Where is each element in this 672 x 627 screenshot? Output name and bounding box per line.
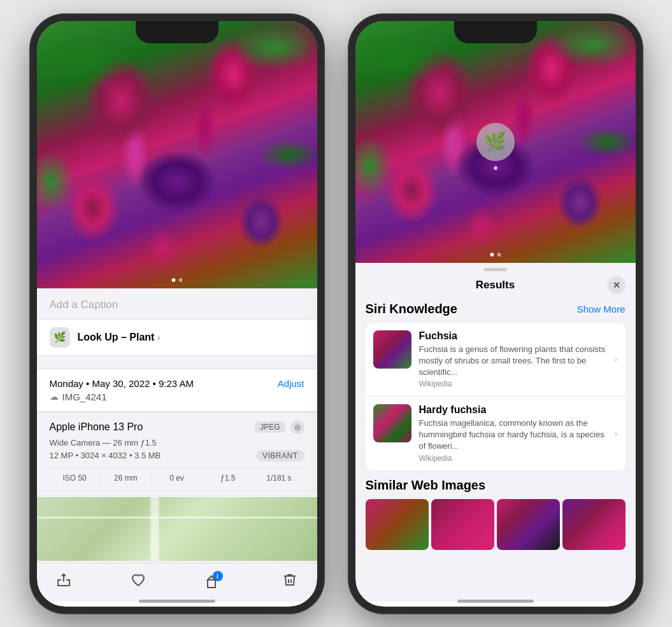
- fuchsia-thumbnail: [373, 330, 411, 369]
- volume-down-button-2[interactable]: [349, 146, 350, 169]
- photo-display-2: 🌿: [355, 21, 636, 263]
- hardy-text: Hardy fuchsia Fuchsia magellanica, commo…: [419, 404, 607, 463]
- photo-dot-2-1: [490, 253, 494, 257]
- fuchsia-text: Fuchsia Fuchsia is a genus of flowering …: [419, 330, 607, 389]
- web-images-row: [366, 499, 626, 550]
- photo-dot-indicator: [171, 278, 182, 282]
- share-button[interactable]: [56, 572, 71, 588]
- caption-area[interactable]: Add a Caption: [37, 288, 317, 320]
- cloud-icon: ☁: [50, 391, 59, 402]
- photo-dot-2-2: [497, 253, 501, 257]
- knowledge-card: Fuchsia Fuchsia is a genus of flowering …: [366, 323, 626, 470]
- phone-1: Add a Caption 🌿 Look Up – Plant › Monday…: [31, 15, 324, 613]
- volume-up-button[interactable]: [31, 110, 31, 133]
- exif-focal: 26 mm: [101, 474, 152, 483]
- close-button[interactable]: ✕: [608, 276, 626, 294]
- photo-dot-2: [178, 278, 182, 282]
- home-bar: [139, 600, 215, 603]
- delete-button[interactable]: [282, 572, 297, 588]
- silent-button[interactable]: [31, 181, 31, 220]
- info-section: Monday • May 30, 2022 • 9:23 AM Adjust ☁…: [37, 369, 317, 412]
- web-image-1[interactable]: [366, 499, 429, 550]
- adjust-button[interactable]: Adjust: [278, 378, 304, 389]
- hardy-thumbnail: [373, 404, 411, 442]
- photo-dot-indicator-2: [490, 253, 501, 257]
- hardy-chevron: ›: [614, 428, 617, 439]
- hardy-description: Fuchsia magellanica, commonly known as t…: [419, 418, 607, 453]
- silent-button-2[interactable]: [349, 181, 350, 220]
- fuchsia-description: Fuchsia is a genus of flowering plants t…: [419, 344, 607, 379]
- hardy-fuchsia-item[interactable]: Hardy fuchsia Fuchsia magellanica, commo…: [366, 397, 626, 470]
- filename-text: IMG_4241: [62, 391, 107, 402]
- power-button[interactable]: [323, 136, 324, 187]
- notch: [136, 21, 218, 43]
- phone-2-screen: 🌿 Results ✕: [355, 21, 636, 607]
- phone-1-screen: Add a Caption 🌿 Look Up – Plant › Monday…: [37, 21, 317, 607]
- leaf-overlay: [37, 21, 317, 288]
- web-images-title: Similar Web Images: [366, 478, 626, 493]
- badges: JPEG ◎: [255, 420, 304, 434]
- photo-dot-1: [171, 278, 175, 282]
- exif-ev: 0 ev: [152, 474, 203, 483]
- home-indicator-2: [355, 602, 636, 607]
- home-indicator: [37, 602, 317, 607]
- results-content: Siri Knowledge Show More Fuchsia Fuchsia…: [355, 302, 636, 602]
- hardy-title: Hardy fuchsia: [419, 404, 607, 416]
- volume-down-button[interactable]: [31, 146, 31, 169]
- vibrant-badge: VIBRANT: [256, 450, 304, 461]
- lookup-row[interactable]: 🌿 Look Up – Plant ›: [37, 320, 317, 356]
- device-section: Apple iPhone 13 Pro JPEG ◎ Wide Camera —…: [37, 412, 317, 491]
- favorite-button[interactable]: [131, 572, 146, 588]
- results-handle[interactable]: [355, 263, 636, 274]
- caption-placeholder[interactable]: Add a Caption: [50, 299, 118, 311]
- web-image-2[interactable]: [431, 499, 494, 550]
- lookup-icon: 🌿: [50, 327, 70, 348]
- web-images-section: Similar Web Images: [366, 478, 626, 550]
- format-badge: JPEG: [255, 421, 285, 433]
- phone-1-content: Add a Caption 🌿 Look Up – Plant › Monday…: [37, 288, 317, 563]
- camera-details: Wide Camera — 26 mm ƒ1.5: [50, 438, 304, 447]
- phone-2: 🌿 Results ✕: [349, 15, 642, 613]
- exif-row: ISO 50 26 mm 0 ev ƒ1.5 1/181 s: [50, 468, 304, 483]
- filename-row: ☁ IMG_4241: [50, 391, 304, 402]
- fuchsia-source: Wikipedia: [419, 379, 607, 388]
- hardy-source: Wikipedia: [419, 454, 607, 463]
- exif-iso: ISO 50: [50, 474, 101, 483]
- lookup-chevron: ›: [157, 332, 161, 342]
- results-panel: Results ✕ Siri Knowledge Show More: [355, 263, 636, 602]
- home-bar-2: [457, 600, 534, 603]
- date-row: Monday • May 30, 2022 • 9:23 AM Adjust: [50, 378, 304, 389]
- siri-leaf-icon: 🌿: [484, 131, 506, 152]
- device-row: Apple iPhone 13 Pro JPEG ◎: [50, 420, 304, 434]
- power-button-2[interactable]: [641, 136, 642, 187]
- device-name: Apple iPhone 13 Pro: [50, 421, 143, 433]
- lookup-text: Look Up – Plant ›: [78, 332, 161, 343]
- web-image-3[interactable]: [497, 499, 560, 550]
- fuchsia-chevron: ›: [614, 353, 617, 365]
- siri-lookup-button[interactable]: 🌿: [476, 123, 515, 161]
- map-roads: [37, 497, 317, 561]
- handle-bar: [484, 268, 507, 271]
- results-title: Results: [383, 279, 608, 292]
- show-more-button[interactable]: Show More: [577, 304, 626, 314]
- phones-container: Add a Caption 🌿 Look Up – Plant › Monday…: [31, 15, 642, 613]
- fuchsia-item[interactable]: Fuchsia Fuchsia is a genus of flowering …: [366, 323, 626, 397]
- web-image-4[interactable]: [562, 499, 626, 550]
- resolution-row: 12 MP • 3024 × 4032 • 3.5 MB VIBRANT: [50, 450, 304, 461]
- siri-dot: [494, 166, 497, 170]
- geo-icon: ◎: [290, 420, 304, 434]
- resolution-text: 12 MP • 3024 × 4032 • 3.5 MB: [50, 451, 161, 460]
- results-header: Results ✕: [355, 274, 636, 302]
- map-area[interactable]: [37, 497, 317, 561]
- info-button[interactable]: i: [205, 571, 223, 589]
- exif-shutter: 1/181 s: [254, 474, 304, 483]
- photo-display: [37, 21, 317, 288]
- fuchsia-title: Fuchsia: [419, 330, 607, 342]
- siri-knowledge-title: Siri Knowledge: [366, 302, 457, 316]
- phone1-toolbar: i: [37, 563, 317, 602]
- notch-2: [454, 21, 537, 43]
- date-text: Monday • May 30, 2022 • 9:23 AM: [50, 378, 194, 389]
- exif-aperture: ƒ1.5: [203, 474, 254, 483]
- volume-up-button-2[interactable]: [349, 110, 350, 133]
- svg-text:i: i: [217, 573, 218, 580]
